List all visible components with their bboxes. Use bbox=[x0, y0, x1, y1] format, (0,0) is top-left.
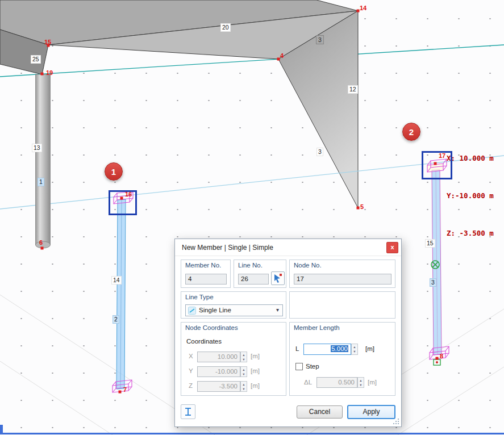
new-member-dialog: New Member | Single | Simple x Member No… bbox=[174, 239, 402, 427]
coordinate-x: X: 10.000 m bbox=[447, 152, 494, 165]
step-badge-2: 2 bbox=[402, 123, 420, 141]
node-label: 7 bbox=[123, 386, 127, 393]
x-axis-label: X bbox=[189, 353, 193, 359]
line-type-select[interactable]: Single Line ▾ bbox=[185, 304, 283, 316]
delta-l-label: ΔL bbox=[304, 379, 312, 386]
line-type-value: Single Line bbox=[199, 307, 231, 313]
empty-panel bbox=[289, 291, 395, 319]
step-badge-1: 1 bbox=[105, 162, 123, 181]
viewport-corner-marker bbox=[0, 425, 3, 434]
line-label: 20 bbox=[220, 23, 231, 32]
cancel-button[interactable]: Cancel bbox=[297, 405, 343, 419]
member-label: 2 bbox=[113, 315, 119, 324]
x-coordinate-stepper[interactable]: ▴ ▾ bbox=[240, 352, 247, 362]
length-input[interactable]: 5.000 bbox=[303, 344, 351, 355]
member-no-label: Member No. bbox=[185, 262, 221, 269]
length-stepper[interactable]: ▴ ▾ bbox=[351, 344, 358, 355]
surface-label: 3 bbox=[316, 35, 324, 44]
line-label: 13 bbox=[32, 144, 42, 152]
y-axis-label: Y bbox=[189, 367, 193, 374]
line-type-group: Line Type Single Line ▾ bbox=[181, 291, 286, 319]
delta-l-stepper[interactable]: ▴ ▾ bbox=[357, 377, 364, 388]
z-coordinate-stepper[interactable]: ▴ ▾ bbox=[240, 381, 247, 392]
node-label: 8 bbox=[440, 353, 443, 359]
selection-rect-node-16 bbox=[109, 190, 137, 215]
spin-up-icon[interactable]: ▴ bbox=[353, 345, 355, 349]
close-icon[interactable]: x bbox=[386, 242, 398, 253]
y-unit-label: [m] bbox=[251, 367, 260, 374]
node-label: 19 bbox=[46, 69, 53, 76]
selection-rect-node-17 bbox=[422, 151, 452, 179]
line-label: 3 bbox=[316, 148, 323, 156]
resize-grip[interactable] bbox=[393, 419, 399, 425]
cylindrical-column bbox=[36, 74, 51, 248]
chevron-down-icon: ▾ bbox=[276, 307, 279, 313]
node-label: 5 bbox=[360, 203, 364, 210]
y-coordinate-input[interactable]: -10.000 bbox=[197, 366, 240, 377]
spin-down-icon[interactable]: ▾ bbox=[353, 349, 355, 354]
z-axis-label: Z bbox=[189, 382, 193, 389]
step-checkbox-label: Step bbox=[306, 363, 319, 370]
spin-up-icon[interactable]: ▴ bbox=[243, 367, 244, 372]
member-options-button[interactable] bbox=[181, 404, 195, 419]
support-symbol-icon bbox=[434, 359, 440, 365]
spin-down-icon[interactable]: ▾ bbox=[243, 357, 244, 362]
single-line-icon bbox=[188, 307, 196, 316]
line-label: 12 bbox=[348, 85, 358, 94]
dialog-titlebar[interactable]: New Member | Single | Simple x bbox=[175, 239, 401, 256]
line-label: 15 bbox=[425, 239, 435, 248]
z-unit-label: [m] bbox=[251, 382, 260, 389]
node-no-group: Node No. 17 bbox=[289, 260, 395, 288]
member-label: 3 bbox=[430, 278, 436, 287]
z-coordinate-input[interactable]: -3.500 bbox=[197, 381, 240, 392]
coordinate-z: Z: -3.500 m bbox=[447, 227, 494, 240]
new-member-left bbox=[113, 191, 133, 392]
spin-up-icon[interactable]: ▴ bbox=[243, 382, 244, 387]
member-length-group: Member Length L 5.000 ▴ ▾ [m] Step ΔL 0.… bbox=[289, 322, 395, 396]
member-length-label: Member Length bbox=[294, 324, 340, 331]
coordinates-sublabel: Coordinates bbox=[186, 338, 222, 345]
delta-l-input[interactable]: 0.500 bbox=[316, 377, 357, 388]
line-label: 25 bbox=[31, 55, 41, 64]
pick-line-button[interactable] bbox=[271, 271, 285, 285]
coordinate-y: Y:-10.000 m bbox=[447, 190, 494, 202]
delta-l-unit-label: [m] bbox=[368, 379, 377, 386]
length-value-selected: 5.000 bbox=[331, 345, 348, 352]
model-viewport[interactable]: 14 15 19 4 5 6 7 8 16 17 20 25 12 3 13 1… bbox=[0, 0, 504, 435]
spin-up-icon[interactable]: ▴ bbox=[360, 378, 361, 383]
y-coordinate-stepper[interactable]: ▴ ▾ bbox=[240, 366, 247, 377]
spin-down-icon[interactable]: ▾ bbox=[243, 372, 244, 377]
node-label: 6 bbox=[39, 239, 43, 246]
apply-button[interactable]: Apply bbox=[347, 405, 395, 419]
node-coordinates-group: Node Coordinates Coordinates X 10.000 ▴ … bbox=[181, 322, 286, 396]
spin-up-icon[interactable]: ▴ bbox=[243, 353, 244, 357]
pick-cursor-icon bbox=[272, 272, 284, 285]
line-no-label: Line No. bbox=[238, 262, 263, 269]
line-no-group: Line No. 26 bbox=[234, 260, 286, 288]
spin-down-icon[interactable]: ▾ bbox=[360, 383, 361, 387]
x-unit-label: [m] bbox=[251, 353, 260, 359]
length-unit-label: [m] bbox=[365, 345, 374, 352]
node-no-label: Node No. bbox=[294, 262, 322, 269]
node-label: 15 bbox=[44, 39, 51, 45]
step-checkbox[interactable] bbox=[295, 363, 303, 370]
spin-down-icon[interactable]: ▾ bbox=[243, 387, 244, 391]
length-l-label: L bbox=[295, 345, 299, 352]
coordinate-readout: X: 10.000 m Y:-10.000 m Z: -3.500 m bbox=[447, 127, 494, 265]
line-label: 14 bbox=[111, 276, 122, 285]
member-no-input[interactable]: 4 bbox=[185, 274, 227, 285]
node-coordinates-label: Node Coordinates bbox=[185, 324, 238, 331]
x-coordinate-input[interactable]: 10.000 bbox=[197, 352, 240, 362]
node-no-input[interactable]: 17 bbox=[294, 274, 391, 285]
member-icon bbox=[181, 405, 195, 419]
viewport-bottom-border bbox=[0, 433, 504, 434]
node-label: 4 bbox=[280, 52, 284, 59]
member-no-group: Member No. 4 bbox=[181, 260, 231, 288]
new-member-right bbox=[427, 159, 449, 365]
member-label: 1 bbox=[38, 178, 44, 186]
line-type-label: Line Type bbox=[185, 294, 214, 300]
node-label: 14 bbox=[360, 5, 366, 11]
line-no-input[interactable]: 26 bbox=[238, 274, 269, 285]
dialog-title: New Member | Single | Simple bbox=[182, 244, 273, 252]
